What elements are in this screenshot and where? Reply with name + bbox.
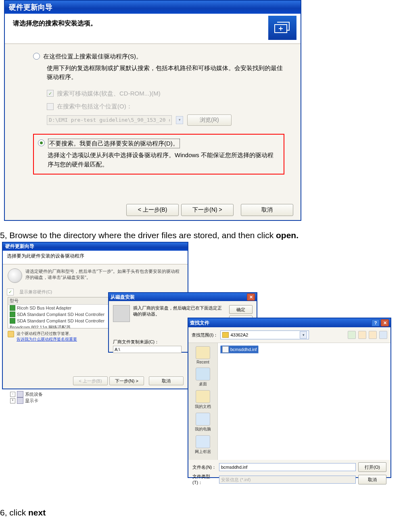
checkbox-show-compatible[interactable] (7, 289, 14, 295)
fromdisk-source-input[interactable] (113, 346, 182, 353)
nav-up-icon[interactable] (358, 331, 366, 339)
wizard2-cancel-button[interactable]: 取消 (149, 376, 184, 385)
next-button[interactable]: 下一步(N) > (181, 204, 234, 216)
selected-file-name: bcmsddhd.inf (230, 347, 257, 352)
instruction-6-bold: next (28, 508, 46, 517)
filetype-label: 文件类型(T)： (192, 474, 217, 486)
expander-icon[interactable]: + (10, 398, 15, 403)
signed-text: 这个驱动程序已经过数字签署。 (17, 331, 77, 337)
path-dropdown-arrow: ▾ (176, 116, 183, 124)
lookin-label: 查找范围(I)： (192, 332, 218, 338)
instruction-step-5: 5, Browse to the directory where the dri… (0, 231, 405, 240)
selected-file[interactable]: bcmsddhd.inf (220, 345, 259, 353)
window-title: 硬件更新向导 (5, 1, 301, 14)
tree-item-system[interactable]: 系统设备 (25, 391, 43, 397)
nav-view-icon[interactable] (379, 331, 387, 339)
place-my-computer[interactable]: 我的电脑 (195, 413, 211, 432)
option2-description: 选择这个选项以便从列表中选择设备驱动程序。Windows 不能保证您所选择的驱动… (48, 151, 280, 169)
option1-description: 使用下列的复选框限制或扩展默认搜索，包括本机路径和可移动媒体。会安装找到的最佳驱… (47, 64, 284, 82)
screenshot-composite: 硬件更新向导 选择要为此硬件安装的设备驱动程序 请选定硬件的厂商和型号，然后单击… (2, 242, 393, 492)
show-compatible-label: 显示兼容硬件(C) (19, 289, 52, 295)
chevron-down-icon[interactable]: ▾ (300, 331, 307, 339)
mycomputer-icon (196, 413, 210, 426)
expander-icon[interactable]: - (10, 392, 15, 397)
radio-search-locations-label: 在这些位置上搜索最佳驱动程序(S)。 (43, 52, 142, 61)
device-category-icon (17, 391, 23, 397)
back-button[interactable]: < 上一步(B) (126, 204, 179, 216)
instruction-6-text: 6, click (0, 508, 28, 517)
folder-icon (222, 332, 229, 338)
nav-back-icon[interactable] (348, 331, 356, 339)
desktop-icon (196, 368, 210, 380)
places-bar: Recent 桌面 我的文档 我的电脑 网上邻居 (188, 343, 218, 460)
checkbox-removable-media-label: 搜索可移动媒体(软盘、CD-ROM...)(M) (57, 89, 161, 98)
instruction-step-6: 6, click next (0, 508, 405, 517)
open-button[interactable]: 打开(O) (358, 462, 386, 472)
wizard-header: 请选择您的搜索和安装选项。 (5, 14, 301, 44)
instruction-5-bold: open. (276, 231, 299, 240)
inf-file-icon (222, 346, 229, 353)
filename-input[interactable] (219, 463, 356, 471)
help-icon[interactable]: ? (372, 319, 380, 326)
signed-icon (8, 331, 14, 337)
place-my-documents[interactable]: 我的文档 (195, 390, 211, 409)
radio-dont-search[interactable] (38, 139, 45, 146)
device-icon (10, 318, 15, 324)
place-network[interactable]: 网上邻居 (195, 435, 211, 455)
wizard2-next-button[interactable]: 下一步(N) > (109, 376, 144, 385)
findfile-cancel-button[interactable]: 取消 (358, 475, 386, 484)
wizard2-header: 选择要为此硬件安装的设备驱动程序 (3, 251, 188, 264)
fromdisk-instruction: 插入厂商的安装盘，然后确定已在下面选定正确的驱动器。 (133, 305, 226, 317)
place-desktop[interactable]: 桌面 (196, 368, 210, 387)
fromdisk-title-text: 从磁盘安装 (111, 294, 135, 301)
cd-icon (8, 268, 22, 283)
close-icon[interactable]: ✕ (247, 293, 255, 301)
radio-dont-search-label: 不要搜索。我要自己选择要安装的驱动程序(D)。 (48, 139, 180, 149)
radio-search-locations[interactable] (33, 53, 40, 60)
checkbox-removable-media (47, 90, 54, 97)
hardware-icon (268, 16, 296, 40)
findfile-title-text: 查找文件 (190, 320, 209, 326)
close-icon[interactable]: ✕ (381, 319, 389, 326)
network-icon (196, 435, 210, 448)
mydocuments-icon (196, 390, 210, 403)
device-icon (10, 305, 15, 311)
place-recent[interactable]: Recent (196, 346, 210, 364)
cancel-button[interactable]: 取消 (241, 204, 293, 216)
checkbox-include-location (47, 103, 54, 110)
device-tree-snippet: - 系统设备 + 显示卡 (10, 391, 43, 404)
device-icon (10, 312, 15, 317)
location-path-input (47, 115, 172, 125)
wizard-header-text: 请选择您的搜索和安装选项。 (13, 20, 97, 27)
wizard2-title: 硬件更新向导 (3, 243, 188, 251)
highlighted-option: 不要搜索。我要自己选择要安装的驱动程序(D)。 选择这个选项以便从列表中选择设备… (33, 134, 284, 175)
wizard2-instruction: 请选定硬件的厂商和型号，然后单击"下一步"。如果手头有包含要安装的驱动程序的磁盘… (25, 268, 183, 283)
lookin-folder-name: 43362A2 (230, 332, 248, 337)
tree-item-display[interactable]: 显示卡 (25, 398, 38, 404)
browse-button: 浏览(R) (187, 114, 232, 126)
nav-new-folder-icon[interactable] (369, 331, 377, 339)
find-file-dialog: 查找文件 ? ✕ 查找范围(I)： 43362A2 ▾ (188, 318, 391, 478)
filetype-input (219, 476, 356, 484)
signing-importance-link[interactable]: 告诉我为什么驱动程序签名很重要 (17, 337, 77, 342)
instruction-5-text: 5, Browse to the directory where the dri… (0, 231, 276, 240)
fromdisk-ok-button[interactable]: 确定 (229, 305, 253, 314)
hardware-update-wizard-1: 硬件更新向导 请选择您的搜索和安装选项。 在这些位置上搜索最佳驱动程序(S)。 … (4, 0, 301, 221)
recent-icon (196, 346, 210, 359)
lookin-folder-dropdown[interactable]: 43362A2 ▾ (220, 330, 309, 339)
file-list-view[interactable]: bcmsddhd.inf (218, 343, 390, 460)
wizard2-back-button: < 上一步(B) (73, 376, 108, 385)
filename-label: 文件名(N)： (192, 464, 217, 470)
printer-disk-icon (113, 305, 130, 322)
device-category-icon (17, 397, 23, 404)
checkbox-include-location-label: 在搜索中包括这个位置(O)： (57, 102, 132, 111)
wizard-body: 在这些位置上搜索最佳驱动程序(S)。 使用下列的复选框限制或扩展默认搜索，包括本… (5, 44, 301, 179)
